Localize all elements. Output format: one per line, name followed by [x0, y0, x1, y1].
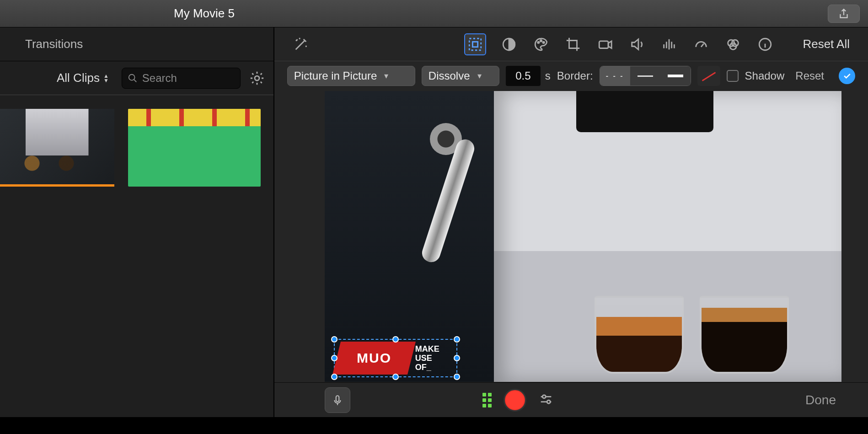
svg-point-5: [538, 42, 539, 43]
filters-button[interactable]: [725, 36, 741, 53]
color-correction-button[interactable]: [533, 36, 549, 53]
border-color-swatch[interactable]: [697, 66, 720, 86]
pip-overlay-content: MUO MAKE USE OF_: [337, 342, 455, 375]
gear-icon: [249, 70, 265, 86]
video-frame-glass: [700, 296, 789, 374]
footer-strip: [0, 417, 868, 434]
border-none[interactable]: - - -: [600, 66, 630, 86]
border-thin[interactable]: [630, 66, 660, 86]
viewer-area: MUO MAKE USE OF_: [274, 91, 868, 382]
crop-button[interactable]: [565, 36, 581, 53]
svg-rect-2: [470, 38, 482, 50]
viewer-bottombar: Done: [274, 382, 868, 417]
voiceover-options-button[interactable]: [538, 391, 554, 409]
applied-indicator[interactable]: [839, 68, 855, 84]
palette-icon: [533, 37, 549, 52]
tab-transitions[interactable]: Transitions: [0, 37, 83, 51]
record-button[interactable]: [504, 389, 526, 412]
duration-field[interactable]: 0.5: [506, 66, 541, 86]
browser-tabbar: Transitions: [0, 27, 273, 61]
resize-handle[interactable]: [331, 336, 338, 343]
overlay-mode-dropdown[interactable]: Picture in Picture ▾: [287, 66, 415, 86]
volume-button[interactable]: [629, 36, 645, 53]
reset-all-button[interactable]: Reset All: [803, 37, 850, 51]
pip-controls: Picture in Picture ▾ Dissolve ▾ 0.5 s Bo…: [274, 61, 868, 91]
crop-icon: [565, 37, 581, 52]
done-button[interactable]: Done: [805, 393, 836, 407]
duration-unit: s: [545, 70, 551, 82]
overlay-icon: [467, 37, 483, 52]
clip-thumbnail-audio[interactable]: [128, 109, 261, 187]
pip-overlay-selection[interactable]: MUO MAKE USE OF_: [334, 339, 457, 377]
contrast-icon: [501, 37, 517, 52]
svg-rect-3: [473, 42, 478, 47]
transition-value: Dissolve: [429, 70, 470, 82]
enhance-button[interactable]: [293, 36, 309, 53]
noise-reduction-button[interactable]: [661, 36, 677, 53]
browser-settings-button[interactable]: [247, 68, 267, 88]
search-input[interactable]: Search: [122, 68, 241, 89]
titlebar: My Movie 5: [0, 0, 868, 27]
voiceover-button[interactable]: [325, 387, 350, 413]
search-icon: [128, 73, 138, 83]
shadow-checkbox[interactable]: [727, 70, 739, 82]
svg-point-15: [547, 400, 550, 403]
resize-handle[interactable]: [454, 374, 460, 380]
equalizer-icon: [661, 37, 677, 52]
speaker-icon: [629, 37, 645, 52]
resize-handle[interactable]: [392, 336, 399, 343]
svg-point-0: [129, 74, 135, 80]
audio-meter: [482, 393, 492, 407]
sliders-icon: [538, 391, 554, 407]
svg-point-7: [543, 42, 544, 43]
search-placeholder: Search: [142, 72, 177, 85]
clips-filter-dropdown[interactable]: All Clips ▲▼: [57, 71, 109, 85]
circles-icon: [725, 37, 741, 52]
overlay-mode-value: Picture in Picture: [294, 70, 377, 82]
border-style-segmented[interactable]: - - -: [600, 66, 691, 86]
stabilization-button[interactable]: [597, 36, 613, 53]
clip-thumbnail-video[interactable]: [0, 109, 114, 187]
wand-icon: [293, 37, 309, 52]
speed-button[interactable]: [693, 36, 709, 53]
color-balance-button[interactable]: [501, 36, 517, 53]
resize-handle[interactable]: [331, 374, 338, 380]
share-button[interactable]: [828, 5, 860, 23]
video-frame: [325, 91, 841, 382]
clips-filter-label: All Clips: [57, 71, 100, 85]
playhead-marker: [0, 184, 114, 187]
share-icon: [838, 7, 850, 21]
pip-reset-button[interactable]: Reset: [795, 70, 824, 82]
preview-viewer[interactable]: MUO MAKE USE OF_: [325, 91, 841, 382]
project-title: My Movie 5: [174, 6, 235, 21]
duration-value: 0.5: [515, 70, 530, 82]
overlay-text: MAKE USE OF_: [412, 344, 455, 372]
resize-handle[interactable]: [392, 374, 399, 380]
svg-rect-13: [336, 396, 339, 402]
resize-handle[interactable]: [454, 336, 460, 343]
svg-point-14: [542, 395, 546, 398]
camera-icon: [597, 37, 613, 52]
speedometer-icon: [693, 37, 709, 52]
info-button[interactable]: [757, 36, 773, 53]
clip-browser: [0, 95, 273, 417]
resize-handle[interactable]: [331, 355, 338, 361]
chevron-down-icon: ▾: [477, 71, 482, 81]
info-icon: [757, 37, 773, 52]
border-label: Border:: [557, 70, 593, 82]
svg-point-1: [255, 76, 259, 80]
transition-dropdown[interactable]: Dissolve ▾: [422, 66, 499, 86]
overlay-badge-text: MUO: [357, 350, 391, 366]
border-thick[interactable]: [660, 66, 691, 86]
chevron-updown-icon: ▲▼: [103, 74, 109, 83]
video-frame-glass: [595, 296, 684, 374]
chevron-down-icon: ▾: [384, 71, 388, 81]
check-icon: [842, 71, 852, 80]
viewer-pane: Reset All Picture in Picture ▾ Dissolve …: [274, 27, 868, 417]
overlay-button[interactable]: [465, 34, 485, 54]
microphone-icon: [332, 393, 343, 407]
media-browser: Transitions All Clips ▲▼ Search: [0, 27, 274, 417]
inspector-toolbar: Reset All: [274, 27, 868, 61]
svg-rect-8: [600, 41, 609, 48]
resize-handle[interactable]: [454, 355, 460, 361]
